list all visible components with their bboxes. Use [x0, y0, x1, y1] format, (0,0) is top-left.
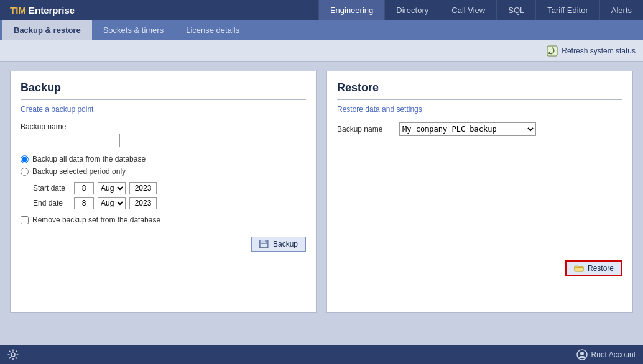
nav-item-sql[interactable]: SQL	[496, 0, 535, 20]
nav-item-engineering[interactable]: Engineering	[318, 0, 384, 20]
start-day-input[interactable]	[74, 182, 94, 194]
subnav-sockets-timers[interactable]: Sockets & timers	[92, 20, 175, 40]
start-year-input[interactable]	[129, 182, 157, 194]
user-account-icon	[576, 349, 588, 360]
remove-backup-row: Remove backup set from the database	[21, 216, 306, 224]
subnav-backup-restore[interactable]: Backup & restore	[2, 20, 92, 40]
logo-tim: TIM	[10, 5, 26, 16]
app-logo: TIM Enterprise	[0, 5, 85, 16]
date-fields: Start date JanFebMarApr MayJunJulAug Sep…	[33, 182, 306, 209]
status-bar: Root Account	[0, 345, 643, 364]
subnav-license-details[interactable]: License details	[175, 20, 251, 40]
nav-item-callview[interactable]: Call View	[440, 0, 496, 20]
refresh-label: Refresh system status	[562, 47, 636, 55]
folder-open-icon	[574, 264, 584, 273]
backup-button-label: Backup	[273, 240, 298, 248]
svg-rect-4	[261, 244, 267, 247]
restore-panel: Restore Restore data and settings Backup…	[326, 71, 633, 313]
end-date-row: End date JanFebMarApr MayJunJulAug SepOc…	[33, 197, 306, 209]
restore-backup-name-row: Backup name My company PLC backup Backup…	[337, 122, 622, 136]
sub-navigation: Backup & restore Sockets & timers Licens…	[0, 20, 643, 40]
restore-btn-container: Restore	[337, 260, 622, 276]
restore-button-label: Restore	[588, 264, 614, 273]
svg-rect-3	[261, 240, 266, 243]
svg-rect-5	[265, 240, 266, 242]
backup-btn-container: Backup	[21, 237, 306, 252]
root-account-area[interactable]: Root Account	[576, 349, 636, 360]
restore-backup-name-label: Backup name	[337, 125, 393, 134]
toolbar: Refresh system status	[0, 40, 643, 62]
backup-name-input[interactable]	[21, 134, 120, 147]
start-date-row: Start date JanFebMarApr MayJunJulAug Sep…	[33, 182, 306, 194]
svg-point-6	[11, 353, 15, 357]
logo-enterprise: Enterprise	[29, 5, 75, 16]
end-month-select[interactable]: JanFebMarApr MayJunJulAug SepOctNovDec	[98, 197, 126, 209]
restore-button[interactable]: Restore	[565, 260, 622, 276]
radio-period-label: Backup selected period only	[32, 167, 126, 176]
remove-backup-label: Remove backup set from the database	[32, 216, 160, 224]
radio-all-data-label: Backup all data from the database	[32, 155, 146, 163]
start-date-label: Start date	[33, 184, 70, 193]
gear-icon	[7, 349, 19, 360]
nav-item-alerts[interactable]: Alerts	[599, 0, 643, 20]
root-account-label: Root Account	[591, 350, 636, 359]
backup-title: Backup	[21, 81, 306, 100]
refresh-button[interactable]: Refresh system status	[546, 45, 636, 57]
svg-point-8	[580, 352, 584, 355]
radio-all-data-row: Backup all data from the database	[21, 155, 306, 163]
restore-backup-select[interactable]: My company PLC backup Backup 2023-08-01 …	[399, 122, 536, 136]
radio-period[interactable]	[21, 168, 29, 176]
start-month-select[interactable]: JanFebMarApr MayJunJulAug SepOctNovDec	[98, 182, 126, 194]
main-nav: Engineering Directory Call View SQL Tari…	[318, 0, 643, 20]
end-day-input[interactable]	[74, 197, 94, 209]
radio-all-data[interactable]	[21, 155, 29, 163]
create-backup-link[interactable]: Create a backup point	[21, 105, 306, 114]
backup-button[interactable]: Backup	[251, 237, 306, 252]
radio-period-row: Backup selected period only	[21, 167, 306, 176]
settings-icon-button[interactable]	[7, 349, 19, 360]
floppy-disk-icon	[259, 240, 269, 248]
nav-item-directory[interactable]: Directory	[384, 0, 440, 20]
main-content: Backup Create a backup point Backup name…	[0, 62, 643, 322]
backup-panel: Backup Create a backup point Backup name…	[10, 71, 317, 313]
restore-title: Restore	[337, 81, 622, 100]
restore-subtitle[interactable]: Restore data and settings	[337, 105, 622, 114]
refresh-icon	[546, 45, 558, 57]
nav-item-tariffeditor[interactable]: Tariff Editor	[535, 0, 599, 20]
end-date-label: End date	[33, 199, 70, 207]
backup-type-group: Backup all data from the database Backup…	[21, 155, 306, 176]
end-year-input[interactable]	[129, 197, 157, 209]
top-navigation: TIM Enterprise Engineering Directory Cal…	[0, 0, 643, 20]
backup-name-label: Backup name	[21, 122, 306, 131]
remove-backup-checkbox[interactable]	[21, 216, 29, 224]
